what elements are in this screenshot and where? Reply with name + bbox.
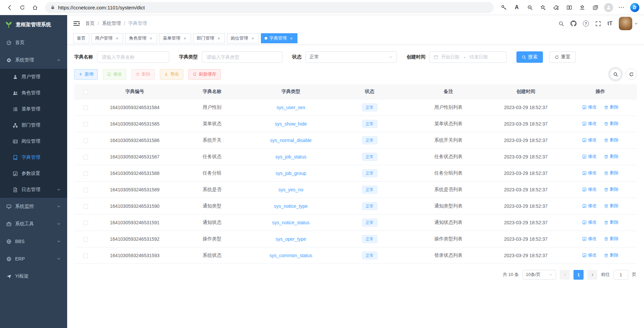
app-logo[interactable]: 意框架管理系统 xyxy=(0,15,67,34)
next-page-button[interactable] xyxy=(587,270,597,280)
bing-icon[interactable]: b xyxy=(629,2,641,13)
row-delete-button[interactable]: 删除 xyxy=(604,252,618,258)
breadcrumb-home[interactable]: 首页 xyxy=(85,20,95,27)
dict-type-link[interactable]: sys_yes_no xyxy=(278,187,303,192)
browser-profile-avatar[interactable] xyxy=(602,2,614,13)
row-checkbox[interactable] xyxy=(83,171,88,176)
dict-type-link[interactable]: sys_job_status xyxy=(275,154,307,159)
row-edit-button[interactable]: 修改 xyxy=(582,236,597,242)
sidebar-item-tools[interactable]: 系统工具 xyxy=(0,215,67,233)
extensions-icon[interactable] xyxy=(550,2,562,13)
row-delete-button[interactable]: 删除 xyxy=(604,121,618,127)
add-button[interactable]: 新增 xyxy=(74,69,98,80)
select-all-checkbox[interactable] xyxy=(83,90,88,94)
dict-type-link[interactable]: sys_job_group xyxy=(276,171,306,176)
row-edit-button[interactable]: 修改 xyxy=(582,203,597,209)
user-avatar[interactable] xyxy=(619,17,632,30)
dict-type-link[interactable]: sys_common_status xyxy=(269,253,312,258)
row-checkbox[interactable] xyxy=(83,155,88,159)
row-checkbox[interactable] xyxy=(83,105,88,110)
browser-refresh-button[interactable] xyxy=(16,2,28,13)
browser-home-button[interactable] xyxy=(29,2,41,13)
tab-close-icon[interactable]: × xyxy=(182,36,187,41)
sidebar-item-parameters[interactable]: 参数设置 xyxy=(0,166,67,182)
row-edit-button[interactable]: 修改 xyxy=(582,186,597,192)
row-edit-button[interactable]: 修改 xyxy=(582,121,597,127)
address-bar[interactable]: https://ccnetcore.com:1101/system/dict xyxy=(45,2,494,13)
dict-type-link[interactable]: sys_notice_status xyxy=(272,220,310,225)
tab-close-icon[interactable]: × xyxy=(216,36,221,41)
header-search-icon[interactable] xyxy=(558,21,564,27)
split-screen-icon[interactable] xyxy=(563,2,575,13)
row-edit-button[interactable]: 修改 xyxy=(582,252,597,258)
user-menu[interactable] xyxy=(619,17,638,30)
sidebar-item-erp[interactable]: ERP xyxy=(0,250,67,268)
row-delete-button[interactable]: 删除 xyxy=(604,203,618,209)
delete-button[interactable]: 删除 xyxy=(131,69,155,80)
sidebar-item-system[interactable]: 系统管理 xyxy=(0,51,67,69)
row-delete-button[interactable]: 删除 xyxy=(604,236,618,242)
date-range-picker[interactable]: 开始日期 - 结束日期 xyxy=(429,51,507,63)
status-select[interactable]: 正常 xyxy=(306,51,397,63)
row-checkbox[interactable] xyxy=(83,237,88,242)
read-aloud-icon[interactable]: A xyxy=(511,2,523,13)
dict-type-link[interactable]: sys_user_sex xyxy=(276,105,305,110)
row-delete-button[interactable]: 删除 xyxy=(604,153,618,159)
row-edit-button[interactable]: 修改 xyxy=(582,170,597,176)
tab-dict[interactable]: 字典管理× xyxy=(261,33,297,43)
sidebar-toggle-icon[interactable] xyxy=(73,21,80,26)
browser-menu-icon[interactable]: ⋯ xyxy=(615,2,628,13)
refresh-cache-button[interactable]: 刷新缓存 xyxy=(188,69,221,80)
tab-user[interactable]: 用户管理× xyxy=(91,33,123,43)
zoom-out-icon[interactable] xyxy=(524,2,536,13)
add-favorite-icon[interactable] xyxy=(537,2,549,13)
tab-role[interactable]: 角色管理× xyxy=(125,33,157,43)
tab-close-icon[interactable]: × xyxy=(114,36,120,41)
search-button[interactable]: 搜索 xyxy=(516,51,543,63)
sidebar-item-posts[interactable]: 岗位管理 xyxy=(0,133,67,149)
sidebar-item-monitor[interactable]: 系统监控 xyxy=(0,198,67,215)
font-size-icon[interactable]: tT xyxy=(607,20,612,27)
tab-menu[interactable]: 菜单管理× xyxy=(159,33,191,43)
toggle-search-button[interactable] xyxy=(610,68,621,80)
dict-type-link[interactable]: sys_oper_type xyxy=(276,236,306,242)
sidebar-item-home[interactable]: 首页 xyxy=(0,34,67,51)
row-delete-button[interactable]: 删除 xyxy=(604,219,618,225)
sidebar-item-users[interactable]: 用户管理 xyxy=(0,69,67,85)
dict-type-link[interactable]: sys_notice_type xyxy=(274,203,308,209)
refresh-table-button[interactable] xyxy=(626,68,637,80)
sidebar-item-departments[interactable]: 部门管理 xyxy=(0,117,67,133)
row-edit-button[interactable]: 修改 xyxy=(582,104,597,110)
row-delete-button[interactable]: 删除 xyxy=(604,186,618,192)
row-checkbox[interactable] xyxy=(83,204,88,209)
dict-type-link[interactable]: sys_normal_disable xyxy=(270,138,312,143)
dict-type-link[interactable]: sys_show_hide xyxy=(275,121,307,127)
goto-page-input[interactable] xyxy=(613,270,628,280)
row-delete-button[interactable]: 删除 xyxy=(604,170,618,176)
browser-back-button[interactable] xyxy=(3,2,15,13)
tab-close-icon[interactable]: × xyxy=(250,36,255,41)
page-size-select[interactable]: 10条/页 xyxy=(522,270,556,280)
row-checkbox[interactable] xyxy=(83,138,88,143)
prev-page-button[interactable] xyxy=(560,270,570,280)
tab-dept[interactable]: 部门管理× xyxy=(193,33,225,43)
tab-post[interactable]: 岗位管理× xyxy=(227,33,259,43)
sidebar-item-logs[interactable]: 日志管理 xyxy=(0,182,67,198)
sidebar-item-bbs[interactable]: BBS xyxy=(0,233,67,250)
row-checkbox[interactable] xyxy=(83,122,88,127)
dict-name-input[interactable] xyxy=(97,51,169,63)
tab-close-icon[interactable]: × xyxy=(148,36,153,41)
github-icon[interactable] xyxy=(570,20,577,27)
collections-icon[interactable] xyxy=(589,2,601,13)
dict-type-input[interactable] xyxy=(202,51,282,63)
favorites-bar-icon[interactable] xyxy=(576,2,588,13)
row-checkbox[interactable] xyxy=(83,221,88,225)
breadcrumb-system[interactable]: 系统管理 xyxy=(102,20,121,27)
sidebar-item-yi-framework[interactable]: Yi框架 xyxy=(0,268,67,285)
sidebar-item-roles[interactable]: 角色管理 xyxy=(0,85,67,101)
row-edit-button[interactable]: 修改 xyxy=(582,153,597,159)
edit-button[interactable]: 修改 xyxy=(103,69,126,80)
sidebar-item-menus[interactable]: 菜单管理 xyxy=(0,101,67,117)
fullscreen-icon[interactable] xyxy=(595,21,601,27)
row-checkbox[interactable] xyxy=(83,188,88,192)
